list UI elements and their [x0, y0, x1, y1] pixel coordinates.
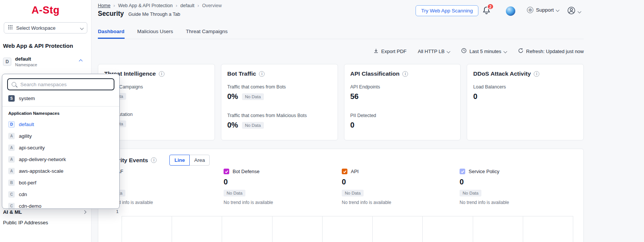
info-icon[interactable] [259, 71, 265, 77]
metric-label: Traffic that comes from Bots [227, 84, 332, 90]
namespace-item-label: app-delivery-network [19, 157, 66, 162]
breadcrumb-separator-icon [176, 3, 177, 8]
support-label: Support [536, 7, 554, 13]
refresh-button[interactable]: Refresh: Updated just now [518, 48, 584, 55]
export-pdf-button[interactable]: Export PDF [373, 48, 406, 55]
namespace-letter-badge: S [8, 95, 15, 102]
namespace-letter-badge: D [8, 121, 15, 128]
sidebar-item-label: Public IP Addresses [3, 220, 48, 225]
brand-logo: A-Stg [0, 5, 91, 16]
bot-traffic-card: Bot Traffic Traffic that comes from Bots… [221, 64, 338, 140]
tab-dashboard[interactable]: Dashboard [98, 29, 125, 39]
namespace-letter-badge: A [8, 133, 15, 139]
namespace-selector-sublabel: Namespace [15, 62, 37, 67]
breadcrumb: Home Web App & API Protection default Ov… [98, 3, 222, 8]
line-view-button[interactable]: Line [169, 155, 190, 166]
api-classification-card: API Classification API Endpoints 56 PII … [344, 64, 461, 140]
events-chart-grid [122, 216, 573, 242]
metric-label: API Endpoints [350, 84, 455, 90]
namespace-item-label: system [19, 96, 35, 101]
info-icon[interactable] [151, 157, 157, 163]
dashboard-toolbar: Export PDF All HTTP LB Last 5 minutes Re… [98, 48, 584, 55]
namespace-item-aws-appstack-scale[interactable]: A aws-appstack-scale [2, 165, 119, 177]
metric-value: 0 [473, 92, 477, 101]
chevron-down-icon [80, 26, 84, 30]
try-web-app-scanning-button[interactable]: Try Web App Scanning [416, 5, 478, 16]
namespace-item-agility[interactable]: A agility [2, 130, 119, 142]
breadcrumb-home[interactable]: Home [98, 3, 110, 8]
tab-malicious-users[interactable]: Malicious Users [137, 29, 173, 39]
cloud-services-icon[interactable] [506, 6, 515, 16]
grid-dots-icon [8, 25, 13, 31]
search-icon [12, 82, 16, 87]
tab-threat-campaigns[interactable]: Threat Campaigns [186, 29, 228, 39]
workspace-selector-label: Select Workspace [16, 25, 56, 31]
legend-label: API [351, 169, 359, 174]
no-data-badge: No Data [342, 190, 364, 196]
legend-value: 0 [104, 178, 216, 186]
lb-filter-label: All HTTP LB [418, 49, 445, 54]
support-icon [527, 7, 533, 13]
security-events-card: Security Events Line Area WAF 0 No Data … [98, 149, 584, 242]
time-range-filter[interactable]: Last 5 minutes [461, 48, 507, 55]
product-title: Web App & API Protection [3, 43, 87, 49]
metric-value: 56 [350, 92, 359, 101]
namespace-selector-name: default [15, 56, 37, 62]
area-view-button[interactable]: Area [189, 155, 210, 166]
namespace-item-bot-perf[interactable]: B bot-perf [2, 177, 119, 189]
sidebar-item-public-ip-addresses[interactable]: Public IP Addresses [0, 218, 91, 227]
card-title: Bot Traffic [227, 70, 256, 77]
metric-label: IP Reputation [104, 112, 209, 117]
namespace-item-label: agility [19, 133, 32, 139]
namespace-selector[interactable]: D default Namespace [3, 56, 88, 67]
legend-column-api: API 0 No Data No trend info is available [342, 169, 455, 205]
clock-icon [461, 48, 467, 55]
info-icon[interactable] [534, 71, 539, 77]
no-data-badge: No Data [242, 93, 264, 100]
notification-badge: 2 [487, 3, 494, 10]
metric-label: PII Detected [350, 113, 455, 118]
workspace-selector[interactable]: Select Workspace [4, 22, 87, 33]
namespace-item-api-security[interactable]: A api-security [2, 142, 119, 154]
tab-bar: Dashboard Malicious Users Threat Campaig… [98, 29, 584, 39]
account-menu[interactable] [567, 6, 581, 17]
legend-value: 0 [224, 178, 336, 186]
namespace-item-app-delivery-network[interactable]: A app-delivery-network [2, 154, 119, 165]
load-balancer-filter[interactable]: All HTTP LB [418, 49, 450, 54]
legend-label: Service Policy [469, 169, 499, 174]
chevron-down-icon [447, 49, 451, 53]
y-axis-tick: 1 [111, 209, 119, 214]
namespace-letter-badge: C [8, 191, 15, 198]
refresh-icon [518, 48, 524, 55]
namespace-item-cdn-demo[interactable]: C cdn-demo [2, 200, 119, 209]
chevron-down-icon [503, 49, 507, 53]
namespace-letter-badge: A [8, 145, 15, 151]
info-icon[interactable] [159, 71, 164, 77]
namespace-item-label: cdn [19, 192, 27, 197]
breadcrumb-waap[interactable]: Web App & API Protection [118, 3, 173, 8]
refresh-label: Refresh: Updated just now [526, 49, 584, 54]
no-data-badge: No Data [224, 190, 245, 196]
application-namespaces-heading: Application Namespaces [2, 107, 119, 119]
namespace-item-cdn[interactable]: C cdn [2, 189, 119, 200]
breadcrumb-namespace[interactable]: default [180, 3, 195, 8]
legend-value: 0 [342, 178, 455, 186]
namespace-item-label: aws-appstack-scale [19, 168, 64, 174]
metric-cards-row: Threat Intelligence Threat Campaigns No … [98, 64, 584, 140]
sidebar-item-label: AI & ML [3, 209, 22, 215]
chevron-down-icon [556, 8, 560, 12]
info-icon[interactable] [402, 71, 408, 77]
namespace-search [7, 78, 114, 90]
breadcrumb-current: Overview [202, 3, 222, 8]
support-menu[interactable]: Support [527, 7, 559, 13]
namespace-letter-badge: B [8, 180, 15, 186]
namespace-search-input[interactable] [20, 81, 110, 88]
legend-checkbox[interactable] [342, 169, 347, 174]
namespace-item-system[interactable]: S system [2, 93, 119, 104]
card-title: DDoS Attack Activity [473, 70, 531, 77]
namespace-item-default[interactable]: D default [2, 119, 119, 130]
legend-checkbox[interactable] [224, 169, 229, 174]
namespace-letter-badge: A [8, 168, 15, 174]
legend-checkbox[interactable] [460, 169, 465, 174]
guide-me-link[interactable]: Guide Me Through a Tab [128, 12, 180, 17]
